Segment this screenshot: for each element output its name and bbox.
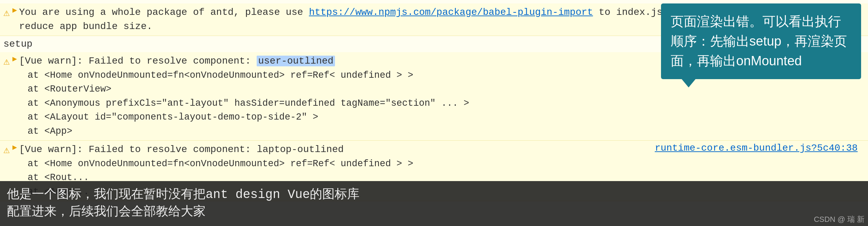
- bottom-bar-line2: 配置进来，后续我们会全部教给大家: [7, 205, 206, 219]
- tooltip-text: 页面渲染出错。可以看出执行顺序：先输出setup，再渲染页面，再输出onMoun…: [671, 14, 847, 68]
- indent-line-3: at <Anonymous prefixCls="ant-layout" has…: [28, 96, 469, 111]
- warning-icon-2: ⚠: [3, 55, 10, 68]
- csdn-label: CSDN @ 瑞 新: [814, 214, 865, 225]
- warning-3-file-link[interactable]: runtime-core.esm-bundler.js?5c40:38: [655, 143, 858, 153]
- bottom-bar-line1: 他是一个图标，我们现在暂时没有把ant design Vue的图标库: [7, 188, 359, 202]
- warning-1-link[interactable]: https://www.npmjs.com/package/babel-plug…: [309, 7, 593, 18]
- warning-2-indent: at <Home onVnodeUnmounted=fn<onVnodeUnmo…: [3, 68, 469, 139]
- indent-line-1: at <Home onVnodeUnmounted=fn<onVnodeUnmo…: [28, 68, 469, 83]
- warning-icon-1: ⚠: [3, 6, 10, 19]
- console-area: ⚠ ▶ You are using a whole package of ant…: [0, 0, 868, 226]
- setup-text: setup: [3, 39, 32, 49]
- warning-icon-3: ⚠: [3, 143, 10, 156]
- bottom-bar-text: 他是一个图标，我们现在暂时没有把ant design Vue的图标库 配置进来，…: [7, 186, 359, 221]
- triangle-icon-1[interactable]: ▶: [12, 6, 17, 15]
- triangle-icon-2[interactable]: ▶: [12, 54, 17, 64]
- warning-1-text-line2: reduce app bundle size.: [19, 21, 152, 32]
- triangle-icon-3[interactable]: ▶: [12, 143, 17, 152]
- warning-3-text: [Vue warn]: Failed to resolve component:…: [19, 143, 655, 157]
- warning-2-text: [Vue warn]: Failed to resolve component:…: [19, 54, 335, 68]
- csdn-text: CSDN @ 瑞 新: [814, 215, 865, 224]
- indent-line-2: at <RouterView>: [28, 82, 469, 96]
- warning-2-main-text: [Vue warn]: Failed to resolve component:: [19, 56, 257, 66]
- indent-line-5: at <App>: [28, 124, 469, 139]
- indent-line-4: at <ALayout id="components-layout-demo-t…: [28, 110, 469, 124]
- bottom-bar: 他是一个图标，我们现在暂时没有把ant design Vue的图标库 配置进来，…: [0, 181, 868, 226]
- warning-3-indent-line-1: at <Home onVnodeUnmounted=fn<onVnodeUnmo…: [28, 157, 413, 171]
- component-name-1: user-outlined: [257, 56, 335, 66]
- warning-1-text-part1: You are using a whole package of antd, p…: [19, 7, 309, 18]
- tooltip-box: 页面渲染出错。可以看出执行顺序：先输出setup，再渲染页面，再输出onMoun…: [661, 3, 861, 79]
